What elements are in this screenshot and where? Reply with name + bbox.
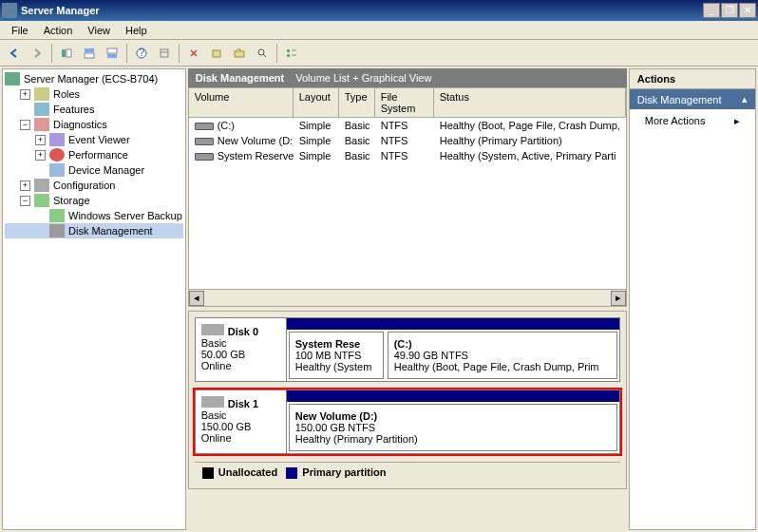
volume-row[interactable]: System Reserved Simple Basic NTFS Health…	[189, 148, 626, 163]
tree-storage[interactable]: −Storage	[5, 193, 183, 208]
content-header: Disk Management Volume List + Graphical …	[188, 68, 627, 87]
legend-primary-icon	[286, 467, 297, 479]
collapse-icon: ▴	[742, 93, 748, 105]
legend: Unallocated Primary partition	[195, 462, 620, 483]
content-subtitle: Volume List + Graphical View	[295, 72, 431, 84]
menu-action[interactable]: Action	[36, 23, 81, 38]
menu-view[interactable]: View	[80, 23, 118, 38]
volume-icon	[195, 138, 214, 145]
disk-1[interactable]: Disk 1 Basic 150.00 GB Online New Volume…	[195, 390, 620, 454]
partition-bar	[287, 318, 619, 330]
tree-performance[interactable]: +Performance	[5, 147, 183, 162]
list-button[interactable]	[281, 43, 302, 64]
tree-wsb[interactable]: Windows Server Backup	[5, 208, 183, 223]
tree-disk-management[interactable]: Disk Management	[5, 223, 183, 238]
collapse-icon[interactable]: −	[20, 120, 30, 130]
disk-info: Disk 1 Basic 150.00 GB Online	[196, 390, 287, 453]
collapse-icon[interactable]: −	[20, 196, 30, 206]
menu-help[interactable]: Help	[118, 23, 155, 38]
volume-icon	[195, 153, 214, 161]
window-title: Server Manager	[21, 5, 703, 16]
open-button[interactable]	[229, 43, 250, 64]
svg-rect-15	[287, 54, 290, 57]
find-button[interactable]	[252, 43, 273, 64]
expand-icon[interactable]: +	[35, 150, 46, 161]
app-icon	[2, 3, 17, 18]
disk-0[interactable]: Disk 0 Basic 50.00 GB Online System Rese…	[195, 317, 620, 382]
expand-icon[interactable]: +	[20, 180, 30, 191]
more-actions[interactable]: More Actions ▸	[630, 109, 755, 133]
svg-rect-8	[161, 49, 168, 57]
settings-button[interactable]	[154, 43, 175, 64]
svg-rect-0	[62, 49, 66, 57]
content-title: Disk Management	[196, 72, 285, 84]
expand-icon[interactable]: +	[20, 89, 30, 100]
actions-section[interactable]: Disk Management ▴	[630, 89, 755, 109]
disk-icon	[201, 324, 224, 335]
titlebar: Server Manager _ ❐ ✕	[0, 0, 758, 21]
menu-file[interactable]: File	[4, 23, 36, 38]
tree-event-viewer[interactable]: +Event Viewer	[5, 132, 183, 147]
export-button[interactable]	[206, 43, 227, 64]
scroll-right-button[interactable]: ▸	[611, 291, 626, 306]
navigation-tree[interactable]: Server Manager (ECS-B704) +Roles Feature…	[2, 68, 186, 530]
graphical-view: Disk 0 Basic 50.00 GB Online System Rese…	[188, 311, 627, 489]
svg-rect-4	[107, 48, 117, 53]
refresh-button[interactable]	[183, 43, 204, 64]
svg-rect-2	[85, 48, 94, 52]
forward-button[interactable]	[27, 43, 47, 64]
col-volume[interactable]: Volume	[189, 88, 294, 117]
partition-system-reserved[interactable]: System Rese 100 MB NTFS Healthy (System	[289, 332, 384, 379]
actions-panel: Actions Disk Management ▴ More Actions ▸	[629, 68, 756, 530]
disk-icon	[201, 396, 224, 408]
partition-c[interactable]: (C:) 49.90 GB NTFS Healthy (Boot, Page F…	[388, 332, 617, 379]
actions-header: Actions	[630, 69, 755, 89]
disk-info: Disk 0 Basic 50.00 GB Online	[196, 318, 287, 381]
svg-rect-3	[85, 53, 94, 58]
volume-row[interactable]: New Volume (D:) Simple Basic NTFS Health…	[189, 133, 626, 148]
partition-d[interactable]: New Volume (D:) 150.00 GB NTFS Healthy (…	[289, 404, 617, 451]
tree-roles[interactable]: +Roles	[5, 86, 183, 102]
content-panel: Disk Management Volume List + Graphical …	[188, 68, 627, 530]
maximize-button[interactable]: ❐	[721, 3, 738, 18]
view-top-button[interactable]	[79, 43, 100, 64]
help-button[interactable]: ?	[131, 43, 152, 64]
show-hide-button[interactable]	[56, 43, 77, 64]
scroll-left-button[interactable]: ◂	[189, 291, 204, 306]
partition-bar	[287, 390, 619, 402]
tree-root-label: Server Manager (ECS-B704)	[24, 73, 158, 85]
svg-line-13	[263, 54, 266, 57]
svg-rect-11	[235, 51, 244, 57]
legend-unallocated-icon	[202, 467, 214, 479]
minimize-button[interactable]: _	[703, 3, 720, 18]
svg-text:?: ?	[139, 47, 144, 58]
close-button[interactable]: ✕	[739, 3, 756, 18]
back-button[interactable]	[4, 43, 25, 64]
col-layout[interactable]: Layout	[294, 88, 339, 117]
svg-rect-14	[287, 49, 290, 52]
chevron-right-icon: ▸	[734, 115, 740, 127]
volume-icon	[195, 123, 214, 130]
tree-root[interactable]: Server Manager (ECS-B704)	[5, 71, 183, 86]
volume-list: Volume Layout Type File System Status (C…	[188, 87, 627, 307]
tree-device-manager[interactable]: Device Manager	[5, 162, 183, 178]
view-bottom-button[interactable]	[102, 43, 123, 64]
tree-configuration[interactable]: +Configuration	[5, 178, 183, 193]
tree-features[interactable]: Features	[5, 102, 183, 117]
tree-diagnostics[interactable]: −Diagnostics	[5, 117, 183, 132]
volume-row[interactable]: (C:) Simple Basic NTFS Healthy (Boot, Pa…	[189, 118, 626, 133]
toolbar: ?	[0, 40, 758, 66]
expand-icon[interactable]: +	[35, 135, 46, 145]
horizontal-scrollbar[interactable]: ◂ ▸	[189, 289, 626, 306]
svg-rect-1	[66, 49, 71, 57]
svg-rect-5	[107, 54, 117, 58]
menubar: File Action View Help	[0, 21, 758, 40]
svg-rect-10	[213, 50, 220, 57]
col-status[interactable]: Status	[434, 88, 626, 117]
col-filesystem[interactable]: File System	[375, 88, 434, 117]
col-type[interactable]: Type	[339, 88, 375, 117]
